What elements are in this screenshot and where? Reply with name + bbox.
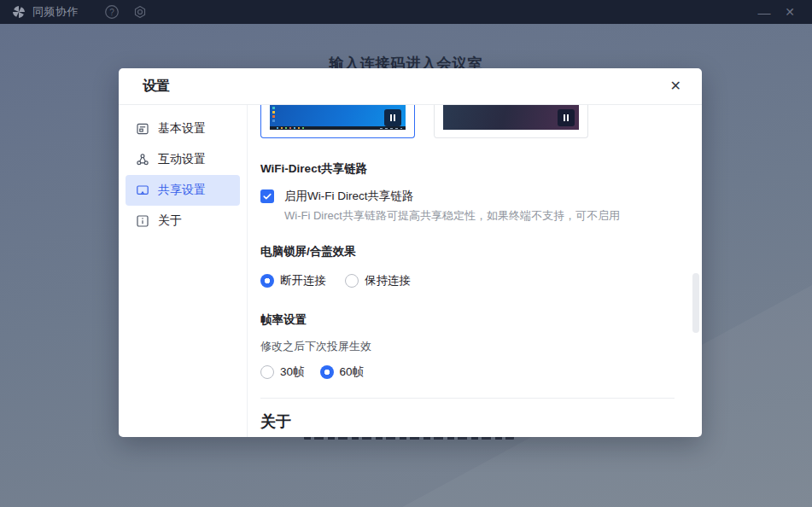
desktop-icons [272,107,275,122]
about-section-heading: 关于 [260,411,675,432]
screen-1-thumbnail [270,105,406,130]
help-icon[interactable]: ? [104,4,120,20]
framerate-heading: 帧率设置 [260,312,675,328]
settings-dialog: 设置 ✕ 基本设置 互动设置 共享设置 [119,68,702,437]
checkbox-checked-icon[interactable] [260,189,274,203]
share-settings-panel: WiFi-Direct共享链路 启用Wi-Fi Direct共享链路 Wi-Fi… [248,105,702,437]
screen-2-thumbnail [443,105,579,130]
dialog-body: 基本设置 互动设置 共享设置 关于 [119,105,702,437]
app-title: 同频协作 [32,4,79,20]
wifi-direct-description: Wi-Fi Direct共享链路可提高共享稳定性，如果终端不支持，可不启用 [284,208,675,224]
screen-2-preview[interactable] [434,105,588,138]
sidebar-item-label: 关于 [158,213,182,229]
dialog-title: 设置 [143,78,170,96]
close-window-button[interactable]: ✕ [778,0,802,24]
sidebar-item-interaction-settings[interactable]: 互动设置 [126,144,240,175]
taskbar-strip [270,126,406,130]
radio-disconnect[interactable]: 断开连接 [260,273,326,288]
minimize-button[interactable]: — [752,0,776,24]
titlebar: 同频协作 ? — ✕ [0,0,812,24]
section-divider [260,398,675,399]
pause-icon[interactable] [558,109,575,126]
sidebar-item-label: 基本设置 [158,121,206,137]
wifi-direct-heading: WiFi-Direct共享链路 [260,161,675,177]
info-icon [136,214,149,228]
radio-selected-icon[interactable] [260,274,274,288]
svg-text:?: ? [109,8,114,17]
lock-screen-heading: 电脑锁屏/合盖效果 [260,244,675,259]
settings-sidebar: 基本设置 互动设置 共享设置 关于 [119,105,248,437]
radio-unselected-icon[interactable] [345,274,359,288]
dialog-close-icon[interactable]: ✕ [670,79,681,93]
screen-preview-row [260,105,675,139]
sidebar-item-share-settings[interactable]: 共享设置 [126,175,240,206]
sidebar-item-label: 互动设置 [158,152,206,167]
dialog-header: 设置 ✕ [119,68,702,105]
share-nodes-icon [136,153,149,166]
lock-screen-radio-group: 断开连接 保持连接 [260,273,675,288]
framerate-radio-group: 30帧 60帧 [260,364,675,380]
settings-gear-icon[interactable] [132,4,148,20]
monitor-icon [136,184,149,197]
sidebar-item-basic-settings[interactable]: 基本设置 [126,114,240,144]
radio-selected-icon[interactable] [320,365,334,379]
framerate-note: 修改之后下次投屏生效 [260,339,675,354]
app-logo-icon [12,5,26,19]
radio-keep-connection[interactable]: 保持连接 [345,273,411,288]
radio-unselected-icon[interactable] [260,365,274,379]
screen-1-preview[interactable] [260,105,415,138]
radio-30fps[interactable]: 30帧 [260,364,305,380]
pause-icon[interactable] [384,109,401,126]
wifi-direct-checkbox-label: 启用Wi-Fi Direct共享链路 [284,189,414,204]
sidebar-item-label: 共享设置 [158,183,206,198]
wifi-direct-checkbox-row[interactable]: 启用Wi-Fi Direct共享链路 [260,189,675,204]
radio-60fps[interactable]: 60帧 [320,364,365,380]
dialog-scrollbar-thumb[interactable] [692,273,699,333]
sidebar-item-about[interactable]: 关于 [126,206,240,236]
document-icon [136,122,149,136]
